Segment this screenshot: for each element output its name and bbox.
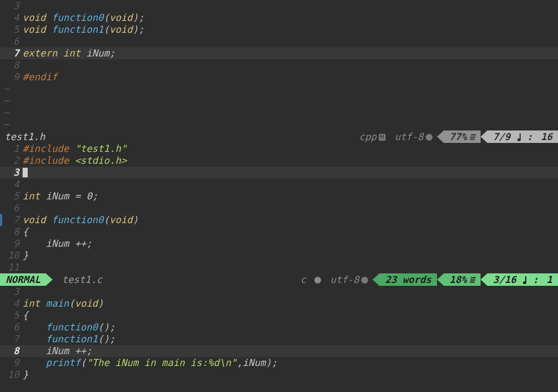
code-line[interactable]: 9 iNum ++; [0, 238, 558, 250]
code-content[interactable]: void function0(void); [23, 12, 558, 24]
line-number: 11 [0, 262, 23, 273]
encoding-dot-icon [361, 277, 368, 284]
filetype: cppH [354, 130, 390, 143]
code-token: void [23, 12, 51, 23]
code-token: int [23, 298, 46, 309]
separator-arrow-icon [437, 130, 444, 143]
code-line[interactable]: 7void function0(void) [0, 214, 558, 226]
code-line[interactable]: 1#include "test1.h" [0, 143, 558, 155]
code-content[interactable]: { [23, 226, 558, 238]
code-line[interactable]: 7extern int iNum; [0, 47, 558, 59]
code-line[interactable]: 2#include <stdio.h> [0, 155, 558, 167]
code-content[interactable]: iNum ++; [23, 345, 558, 357]
code-line[interactable]: 4void function0(void); [0, 12, 558, 24]
percent-through-file: 18% [444, 273, 481, 286]
line-number: 3 [0, 286, 23, 298]
code-content[interactable]: { [23, 310, 558, 321]
code-line[interactable]: 10} [0, 250, 558, 262]
text-cursor [23, 168, 28, 177]
code-content[interactable]: #include <stdio.h> [23, 155, 558, 167]
code-line[interactable]: 10} [0, 369, 558, 381]
code-line[interactable]: 4int main(void) [0, 298, 558, 310]
line-number: 6 [0, 36, 23, 47]
line-number: 9 [0, 238, 23, 250]
line-number: 5 [0, 190, 23, 202]
code-content[interactable]: function0(); [23, 321, 558, 333]
code-content[interactable]: function1(); [23, 333, 558, 345]
code-token [23, 321, 46, 333]
code-content[interactable]: #include "test1.h" [23, 143, 558, 155]
code-line[interactable]: 9 printf("The iNum in main is:%d\n",iNum… [0, 357, 558, 369]
code-line[interactable]: 5int iNum = 0; [0, 190, 558, 202]
filetype-badge-icon: H [379, 134, 386, 141]
code-content[interactable]: void function0(void) [23, 214, 558, 226]
word-count: 23 words [379, 273, 437, 286]
code-content[interactable] [23, 36, 558, 47]
code-content[interactable] [23, 178, 558, 190]
code-content[interactable]: } [23, 250, 558, 262]
empty-line-tilde: ~ [0, 107, 558, 119]
code-token: void [110, 12, 133, 23]
code-token: function0 [46, 321, 98, 333]
line-number: 7 [0, 47, 23, 59]
filename: test1.h [0, 130, 50, 143]
statusline-pane1: test1.h cppH utf-8 77% 7/9 : 16 [0, 130, 558, 143]
code-content[interactable]: } [23, 369, 558, 381]
code-token: void [75, 298, 98, 309]
code-line[interactable]: 5void function1(void); [0, 24, 558, 36]
code-token: extern [23, 47, 63, 59]
code-line[interactable]: 9#endif [0, 71, 558, 83]
percent-through-file: 77% [444, 130, 481, 143]
editor-pane-header[interactable]: 34void function0(void);5void function1(v… [0, 0, 558, 83]
code-content[interactable] [23, 59, 558, 71]
code-line[interactable]: 4 [0, 178, 558, 190]
code-line[interactable]: 7 function1(); [0, 333, 558, 345]
code-content[interactable] [23, 0, 558, 12]
code-content[interactable] [23, 202, 558, 214]
code-token: ; [110, 47, 115, 59]
empty-line-tilde: ~ [0, 95, 558, 107]
encoding: utf-8 [390, 130, 437, 143]
code-content[interactable]: iNum ++; [23, 238, 558, 250]
editor-pane-bottom[interactable]: 34int main(void)5{6 function0();7 functi… [0, 286, 558, 381]
code-content[interactable]: void function1(void); [23, 24, 558, 36]
code-line[interactable]: 3 [0, 286, 558, 298]
line-number: 3 [0, 0, 23, 12]
code-token: ( [80, 357, 86, 368]
code-token: iNum [23, 345, 75, 356]
code-content[interactable]: int main(void) [23, 298, 558, 310]
code-content[interactable]: extern int iNum; [23, 47, 558, 59]
line-number: 10 [0, 250, 23, 262]
code-content[interactable] [23, 167, 558, 178]
code-token [23, 333, 46, 345]
code-token: void [23, 24, 51, 35]
code-content[interactable] [23, 262, 558, 273]
encoding: utf-8 [326, 273, 373, 286]
code-line[interactable]: 8 [0, 59, 558, 71]
editor-pane-active[interactable]: 1#include "test1.h"2#include <stdio.h>34… [0, 143, 558, 273]
code-line[interactable]: 6 [0, 36, 558, 47]
code-token: { [23, 310, 28, 321]
code-token: int [63, 47, 86, 59]
code-line[interactable]: 3 [0, 0, 558, 12]
code-content[interactable]: #endif [23, 71, 558, 83]
code-content[interactable] [23, 286, 558, 298]
code-line[interactable]: 8 iNum ++; [0, 345, 558, 357]
code-line[interactable]: 11 [0, 262, 558, 273]
code-token: } [23, 250, 28, 261]
line-number: 8 [0, 59, 23, 71]
code-token: #include [23, 143, 75, 154]
code-line[interactable]: 8{ [0, 226, 558, 238]
code-content[interactable]: printf("The iNum in main is:%d\n",iNum); [23, 357, 558, 369]
code-content[interactable]: int iNum = 0; [23, 190, 558, 202]
code-line[interactable]: 5{ [0, 310, 558, 321]
code-line[interactable]: 3 [0, 167, 558, 178]
line-position: 7/9 : 16 [487, 130, 558, 143]
code-line[interactable]: 6 [0, 202, 558, 214]
code-token: "test1.h" [75, 143, 127, 154]
line-number: 7 [0, 333, 23, 345]
code-line[interactable]: 6 function0(); [0, 321, 558, 333]
code-token: (); [98, 333, 115, 345]
line-number: 5 [0, 24, 23, 36]
code-token: function0 [51, 214, 103, 225]
